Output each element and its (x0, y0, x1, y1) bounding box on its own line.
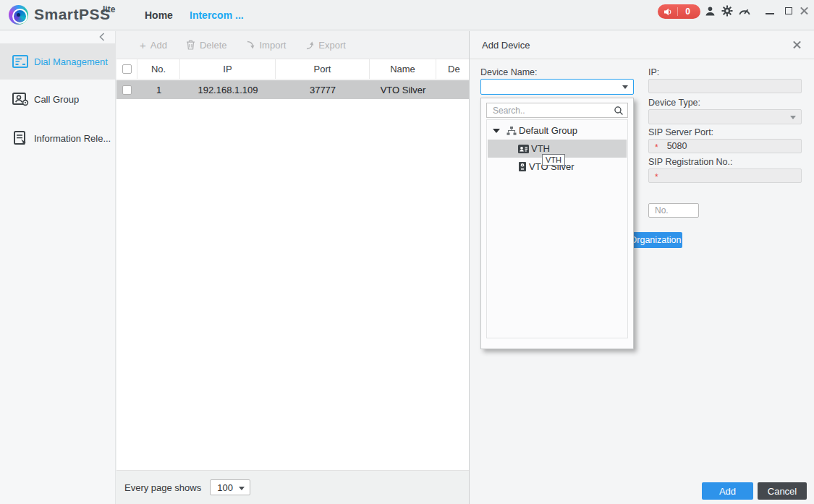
row-checkbox-cell (116, 80, 137, 99)
sip-server-port-field[interactable]: * 5080 (648, 139, 802, 153)
page-size-value: 100 (217, 482, 233, 493)
device-type-select[interactable] (648, 109, 802, 124)
maximize-icon (785, 7, 792, 14)
group-org-icon (506, 127, 517, 135)
dialog-cancel-button[interactable]: Cancel (758, 482, 807, 500)
export-button[interactable]: Export (305, 40, 346, 51)
device-type-label: Device Type: (648, 98, 700, 108)
alarm-badge[interactable]: 0 (658, 4, 700, 19)
import-button[interactable]: Import (245, 40, 286, 51)
cell-port: 37777 (276, 80, 370, 99)
close-icon (799, 5, 810, 17)
no-field[interactable] (648, 203, 699, 218)
performance-gauge-icon[interactable] (738, 4, 751, 17)
chevron-down-icon (790, 116, 796, 119)
sidebar: Dial Management Call Group Information R… (0, 31, 116, 504)
toolbar-button-label: Add (150, 40, 167, 51)
device-list-area: + Add Delete Import Export (116, 31, 469, 504)
add-device-button[interactable]: + Add (140, 40, 167, 51)
dialog-title: Add Device (482, 40, 530, 51)
tree-expand-caret-icon[interactable] (493, 129, 500, 133)
dial-management-icon (12, 55, 29, 68)
add-device-dialog: Add Device Device Name: IP: Device Type:… (469, 31, 814, 504)
sidebar-item-label: Information Rele... (34, 133, 111, 144)
sip-server-port-value: 5080 (667, 141, 687, 151)
hover-tooltip: VTH (542, 154, 565, 166)
settings-gear-icon[interactable] (721, 4, 734, 17)
organization-button[interactable]: Organization (629, 232, 682, 248)
device-name-label: Device Name: (480, 67, 538, 77)
export-arrow-icon (305, 40, 314, 50)
required-asterisk: * (655, 172, 658, 182)
table-row[interactable]: 1 192.168.1.109 37777 VTO Silver (116, 80, 469, 99)
column-header-name: Name (370, 59, 436, 79)
tree-node-default-group[interactable]: Default Group (488, 121, 627, 140)
select-all-checkbox[interactable] (122, 64, 132, 74)
maximize-button[interactable] (781, 4, 796, 18)
sidebar-item-label: Call Group (34, 94, 79, 105)
plus-icon: + (140, 40, 146, 51)
sidebar-item-label: Dial Management (34, 56, 108, 67)
table-header: No. IP Port Name De (116, 59, 469, 80)
column-header-no: No. (137, 59, 180, 79)
sidebar-item-information-release[interactable]: Information Rele... (0, 120, 116, 156)
device-name-combobox[interactable] (480, 79, 634, 95)
no-input[interactable] (649, 204, 698, 217)
dialog-add-button[interactable]: Add (702, 482, 753, 500)
tree-node-label: VTH (531, 143, 550, 154)
sidebar-collapse-chevron[interactable] (99, 33, 105, 41)
app-brand-suffix: lite (103, 4, 115, 14)
user-account-icon[interactable] (703, 4, 716, 17)
dialog-close-button[interactable] (792, 39, 803, 51)
information-release-icon (12, 131, 29, 145)
list-toolbar: + Add Delete Import Export (116, 31, 469, 59)
page-size-label: Every page shows (124, 482, 201, 493)
close-window-button[interactable] (797, 4, 812, 18)
select-all-cell (116, 59, 137, 79)
cell-no: 1 (137, 80, 180, 99)
search-input[interactable] (487, 103, 614, 117)
device-tree: Default Group VTH VTO Silver (486, 119, 628, 338)
device-name-dropdown-popup: Default Group VTH VTO Silver VTH (480, 98, 634, 349)
minimize-icon (766, 13, 774, 14)
dropdown-search-box[interactable] (486, 103, 628, 118)
toolbar-button-label: Export (318, 40, 346, 51)
tab-intercom[interactable]: Intercom ... (190, 9, 244, 21)
row-checkbox[interactable] (122, 85, 132, 95)
sidebar-item-dial-management[interactable]: Dial Management (0, 43, 116, 80)
page-size-select[interactable]: 100 (210, 479, 250, 495)
sip-server-port-label: SIP Server Port: (648, 127, 713, 137)
smartpss-window: SmartPSS lite Home Intercom ... 0 (0, 0, 814, 504)
sip-registration-label: SIP Registration No.: (648, 157, 733, 167)
column-header-port: Port (276, 59, 370, 79)
cell-ip: 192.168.1.109 (180, 80, 276, 99)
speaker-icon (664, 8, 673, 16)
app-brand: SmartPSS (34, 6, 111, 23)
search-icon (614, 106, 624, 116)
cell-name: VTO Silver (370, 80, 436, 99)
trash-icon (186, 40, 195, 50)
titlebar: SmartPSS lite Home Intercom ... 0 (0, 0, 814, 30)
tab-home[interactable]: Home (145, 9, 173, 21)
sip-registration-field[interactable]: * (648, 168, 802, 183)
column-header-ip: IP (180, 59, 276, 79)
toolbar-button-label: Delete (200, 40, 227, 51)
delete-device-button[interactable]: Delete (186, 40, 227, 51)
alarm-count: 0 (678, 7, 700, 17)
vth-device-icon (518, 145, 529, 153)
chevron-down-icon (622, 85, 628, 89)
tree-node-label: Default Group (519, 125, 577, 136)
sidebar-item-call-group[interactable]: Call Group (0, 81, 116, 117)
minimize-button[interactable] (763, 4, 777, 18)
pagination-bar: Every page shows 100 (116, 470, 469, 504)
app-logo-icon (9, 5, 28, 25)
column-header-de: De (436, 59, 469, 79)
ip-field[interactable] (648, 79, 802, 93)
toolbar-button-label: Import (259, 40, 286, 51)
close-icon (792, 39, 803, 51)
import-arrow-icon (245, 40, 255, 50)
ip-label: IP: (648, 67, 659, 77)
required-asterisk: * (655, 142, 658, 153)
cell-de (436, 80, 469, 99)
vto-device-icon (518, 162, 527, 171)
